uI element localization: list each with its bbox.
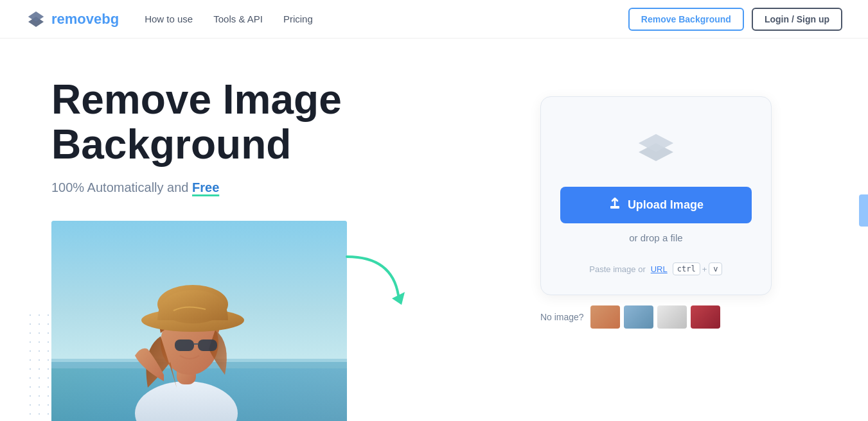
login-signup-button[interactable]: Login / Sign up [752, 8, 842, 31]
url-link[interactable]: URL [651, 264, 668, 274]
layers-icon [633, 129, 678, 168]
hero-image [51, 221, 347, 421]
hero-headline: Remove Image Background [51, 77, 472, 168]
sample-thumb-4[interactable] [691, 305, 720, 329]
hero-left: Remove Image Background 100% Automatical… [51, 77, 472, 421]
nav-left: removebg How to use Tools & API Pricing [26, 10, 313, 28]
nav-right: Remove Background Login / Sign up [628, 8, 842, 31]
svg-rect-11 [175, 339, 194, 351]
svg-marker-2 [28, 12, 44, 22]
logo-icon [26, 10, 46, 28]
hero-right: Upload Image or drop a file Paste image … [495, 77, 817, 329]
curved-arrow [341, 250, 418, 317]
upload-image-button[interactable]: Upload Image [560, 187, 752, 223]
logo-text: removebg [51, 11, 119, 28]
remove-background-button[interactable]: Remove Background [628, 8, 744, 31]
navbar: removebg How to use Tools & API Pricing … [0, 0, 868, 39]
sample-thumb-3[interactable] [657, 305, 687, 329]
ctrl-key: ctrl [673, 262, 700, 275]
logo[interactable]: removebg [26, 10, 119, 28]
paste-row: Paste image or URL ctrl + v [589, 262, 722, 275]
nav-link-tools-api[interactable]: Tools & API [213, 13, 263, 24]
sample-images-row: No image? [540, 305, 772, 329]
sample-thumb-1[interactable] [590, 305, 620, 329]
svg-rect-12 [198, 339, 217, 351]
nav-links: How to use Tools & API Pricing [145, 13, 313, 24]
nav-link-pricing[interactable]: Pricing [283, 13, 313, 24]
right-edge-decoration [859, 194, 868, 227]
keyboard-shortcut: ctrl + v [673, 262, 723, 275]
svg-rect-18 [610, 206, 619, 209]
drop-text: or drop a file [629, 232, 682, 243]
sample-thumbnails [590, 305, 720, 329]
upload-icon [608, 197, 621, 213]
hero-woman-svg [51, 221, 347, 421]
hero-image-container [51, 221, 347, 421]
main-content: Remove Image Background 100% Automatical… [0, 39, 868, 421]
svg-marker-17 [639, 134, 673, 152]
sample-thumb-2[interactable] [624, 305, 653, 329]
hero-subtitle: 100% Automatically and Free [51, 180, 472, 195]
v-key: v [709, 262, 722, 275]
nav-link-how-to-use[interactable]: How to use [145, 13, 193, 24]
upload-box: Upload Image or drop a file Paste image … [540, 96, 772, 295]
no-image-label: No image? [540, 312, 584, 322]
